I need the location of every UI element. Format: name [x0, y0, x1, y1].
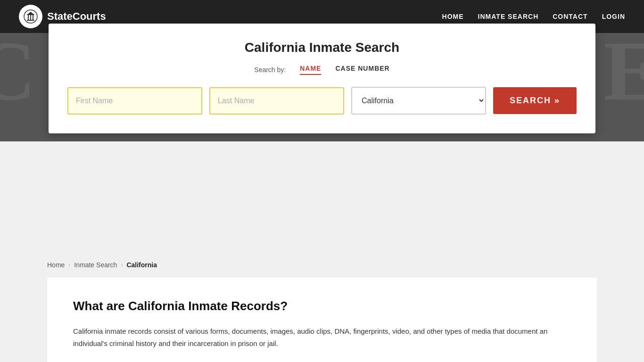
search-card: California Inmate Search Search by: NAME… [49, 24, 595, 133]
tab-case-number[interactable]: CASE NUMBER [335, 65, 389, 75]
svg-rect-2 [28, 15, 29, 20]
breadcrumb-current: California [126, 261, 157, 269]
search-by-label: Search by: [254, 66, 286, 74]
search-card-title: California Inmate Search [67, 40, 577, 55]
breadcrumb: Home › Inmate Search › California [47, 255, 597, 275]
svg-rect-4 [33, 15, 33, 20]
search-card-wrapper: California Inmate Search Search by: NAME… [49, 24, 595, 133]
nav-links: HOME INMATE SEARCH CONTACT LOGIN [442, 13, 625, 20]
first-name-input[interactable] [67, 87, 202, 115]
search-tabs: Search by: NAME CASE NUMBER [67, 65, 577, 75]
nav-inmate-search[interactable]: INMATE SEARCH [478, 13, 539, 20]
logo-icon [19, 5, 42, 28]
logo-text: StateCourts [47, 10, 106, 23]
breadcrumb-sep-2: › [121, 262, 123, 268]
info-card: What are California Inmate Records? Cali… [47, 278, 597, 362]
info-paragraph-2: These records come from court records, t… [73, 359, 571, 362]
breadcrumb-inmate-search[interactable]: Inmate Search [74, 261, 117, 269]
last-name-input[interactable] [209, 87, 344, 115]
main-content: Home › Inmate Search › California What a… [0, 255, 644, 362]
nav-login[interactable]: LOGIN [602, 13, 625, 20]
nav-home[interactable]: HOME [442, 13, 464, 20]
breadcrumb-home[interactable]: Home [47, 261, 65, 269]
nav-contact[interactable]: CONTACT [553, 13, 587, 20]
svg-rect-3 [30, 15, 31, 20]
info-paragraph-1: California inmate records consist of var… [73, 325, 571, 349]
info-heading: What are California Inmate Records? [73, 299, 571, 313]
state-select[interactable]: California Alabama Alaska Arizona Arkans… [351, 87, 486, 115]
breadcrumb-sep-1: › [68, 262, 70, 268]
search-button[interactable]: SEARCH » [493, 87, 577, 114]
header: COURTHOUSE StateCourts HOME INMATE SEARC… [0, 0, 644, 141]
search-fields: California Alabama Alaska Arizona Arkans… [67, 87, 577, 115]
svg-rect-1 [27, 20, 34, 21]
tab-name[interactable]: NAME [300, 65, 321, 75]
